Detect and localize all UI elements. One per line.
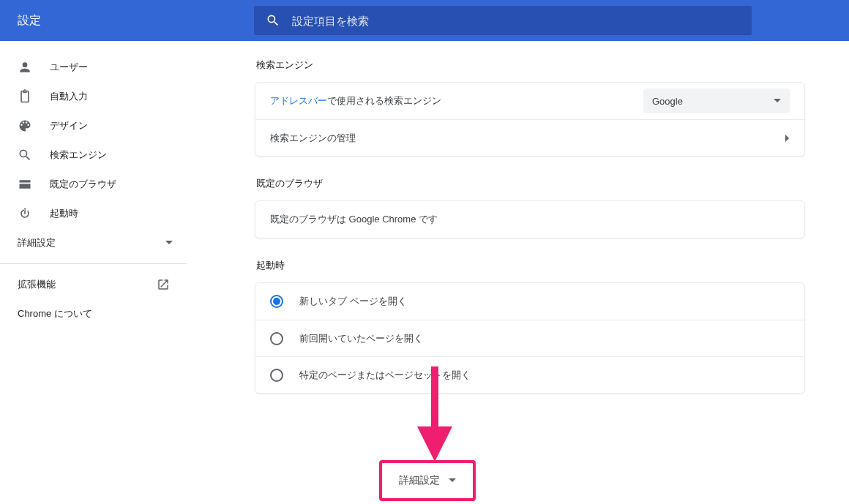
radio-icon[interactable] — [270, 332, 283, 345]
startup-option-specific-pages[interactable]: 特定のページまたはページセットを開く — [255, 356, 804, 393]
sidebar-item-search[interactable]: 検索エンジン — [0, 140, 187, 170]
sidebar-about-label: Chrome について — [18, 307, 92, 320]
row-text: で使用される検索エンジン — [327, 94, 441, 108]
sidebar-advanced-label: 詳細設定 — [18, 236, 56, 249]
row-text: 既定のブラウザは Google Chrome です — [270, 213, 438, 226]
row-address-bar-engine[interactable]: アドレスバー で使用される検索エンジン Google — [255, 83, 804, 119]
sidebar-label: 起動時 — [50, 207, 78, 220]
section-heading-startup: 起動時 — [256, 259, 805, 272]
card-search-engine: アドレスバー で使用される検索エンジン Google 検索エンジンの管理 — [255, 82, 805, 157]
startup-option-continue[interactable]: 前回開いていたページを開く — [255, 320, 804, 356]
search-icon — [18, 148, 32, 162]
sidebar-item-default-browser[interactable]: 既定のブラウザ — [0, 170, 187, 199]
card-startup: 新しいタブ ページを開く 前回開いていたページを開く 特定のページまたはページセ… — [255, 282, 805, 394]
clipboard-icon — [18, 89, 32, 104]
row-default-browser-status: 既定のブラウザは Google Chrome です — [255, 201, 804, 238]
sidebar-advanced-toggle[interactable]: 詳細設定 — [0, 228, 187, 257]
advanced-settings-button[interactable]: 詳細設定 — [379, 460, 476, 501]
section-heading-default-browser: 既定のブラウザ — [256, 177, 805, 190]
page-title: 設定 — [0, 13, 254, 29]
sidebar-item-autofill[interactable]: 自動入力 — [0, 82, 187, 111]
radio-icon[interactable] — [270, 369, 283, 382]
sidebar-extensions[interactable]: 拡張機能 — [0, 270, 187, 299]
main-content: 検索エンジン アドレスバー で使用される検索エンジン Google 検索エンジン… — [187, 41, 849, 504]
palette-icon — [18, 119, 32, 133]
address-bar-link[interactable]: アドレスバー — [270, 94, 327, 108]
sidebar-label: 既定のブラウザ — [50, 178, 116, 191]
chevron-right-icon — [785, 135, 790, 142]
search-box[interactable] — [254, 6, 752, 35]
sidebar-item-startup[interactable]: 起動時 — [0, 199, 187, 228]
sidebar-extensions-label: 拡張機能 — [18, 278, 56, 291]
sidebar: ユーザー 自動入力 デザイン 検索エンジン 既定のブラウザ 起動時 詳細設定 — [0, 41, 187, 504]
chevron-down-icon — [774, 99, 781, 103]
header-bar: 設定 — [0, 0, 849, 41]
advanced-button-label: 詳細設定 — [399, 474, 440, 487]
chevron-down-icon — [449, 478, 456, 483]
card-default-browser: 既定のブラウザは Google Chrome です — [255, 200, 805, 238]
sidebar-item-user[interactable]: ユーザー — [0, 53, 187, 82]
search-icon — [266, 13, 280, 28]
search-engine-select[interactable]: Google — [643, 89, 790, 113]
row-manage-search-engines[interactable]: 検索エンジンの管理 — [255, 119, 804, 156]
chevron-down-icon — [165, 241, 173, 245]
power-icon — [18, 206, 32, 221]
open-external-icon — [157, 278, 170, 291]
startup-option-new-tab[interactable]: 新しいタブ ページを開く — [255, 283, 804, 320]
person-icon — [18, 60, 32, 75]
search-input[interactable] — [292, 15, 740, 27]
sidebar-label: ユーザー — [50, 61, 88, 74]
sidebar-label: デザイン — [50, 119, 88, 132]
annotation-arrow-icon — [417, 366, 452, 462]
sidebar-item-appearance[interactable]: デザイン — [0, 111, 187, 140]
sidebar-label: 自動入力 — [50, 90, 88, 103]
row-text: 検索エンジンの管理 — [270, 132, 356, 145]
browser-icon — [18, 177, 32, 192]
option-label: 前回開いていたページを開く — [299, 332, 423, 345]
svg-rect-0 — [431, 366, 438, 432]
option-label: 新しいタブ ページを開く — [299, 295, 407, 308]
divider — [0, 263, 187, 264]
section-heading-search: 検索エンジン — [256, 59, 805, 72]
sidebar-about[interactable]: Chrome について — [0, 299, 187, 328]
radio-icon[interactable] — [270, 295, 283, 308]
sidebar-label: 検索エンジン — [50, 148, 107, 162]
select-value: Google — [652, 96, 683, 107]
